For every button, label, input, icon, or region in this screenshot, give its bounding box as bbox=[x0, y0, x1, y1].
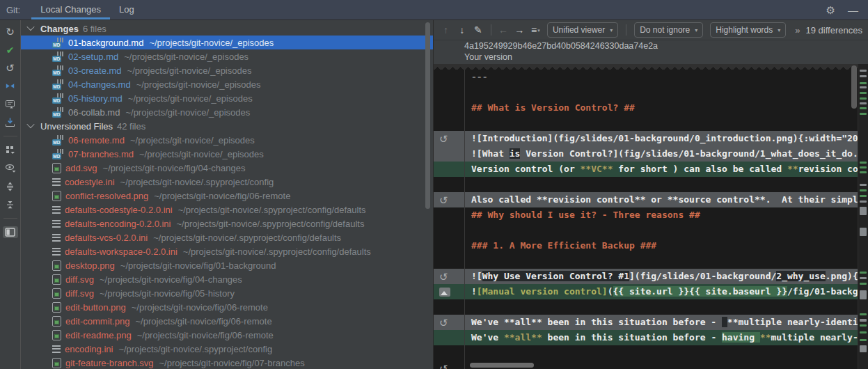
chevron-down-icon[interactable] bbox=[26, 22, 34, 30]
file-row[interactable]: edit-readme.png~/projects/git-novice/fig… bbox=[21, 328, 433, 342]
file-row[interactable]: diff.svg~/projects/git-novice/fig/04-cha… bbox=[21, 272, 433, 286]
file-row[interactable]: defaults-codestyle-0.2.0.ini~/projects/g… bbox=[21, 203, 433, 217]
jump-to-source-icon[interactable]: ✎ bbox=[471, 25, 484, 35]
diff-gutter: ↺ bbox=[434, 192, 464, 207]
diff-line: Version control (or **VC** for short ) c… bbox=[434, 162, 868, 177]
prev-change-icon[interactable]: ← bbox=[496, 25, 510, 35]
diff-map-mark bbox=[860, 171, 867, 173]
diff-map-mark bbox=[860, 92, 867, 94]
group-by-icon[interactable] bbox=[3, 144, 18, 156]
diff-gutter: ↺ bbox=[434, 315, 464, 330]
viewer-mode-select[interactable]: Unified viewer▾ bbox=[547, 22, 618, 38]
diff-gutter bbox=[434, 238, 464, 253]
md-file-icon: MD bbox=[52, 93, 64, 104]
settings-gear-icon[interactable]: ⚙ bbox=[826, 5, 835, 15]
diff-gutter bbox=[434, 162, 464, 177]
file-row[interactable]: MD07-branches.md~/projects/git-novice/_e… bbox=[21, 147, 433, 161]
file-row[interactable]: codestyle.ini~/projects/git-novice/.spyp… bbox=[21, 175, 433, 189]
rollback-change-icon[interactable]: ↺ bbox=[439, 134, 448, 144]
diff-line: ### 1. A More Efficient Backup ### bbox=[434, 238, 868, 253]
diff-settings-icon[interactable]: ≡▾ bbox=[529, 25, 542, 35]
preview-panel-toggle-icon[interactable] bbox=[3, 226, 18, 238]
rollback-change-icon[interactable]: ↺ bbox=[439, 272, 448, 282]
refresh-icon[interactable]: ↻ bbox=[3, 26, 18, 38]
diff-line bbox=[434, 253, 868, 269]
next-change-icon[interactable]: → bbox=[513, 25, 526, 35]
file-row[interactable]: git-feature-branch.svg~/projects/git-nov… bbox=[21, 356, 433, 369]
chevron-down-icon[interactable] bbox=[26, 120, 34, 127]
tab-local-changes[interactable]: Local Changes bbox=[31, 0, 110, 19]
diff-map-mark bbox=[860, 75, 867, 77]
diff-line-text: --- bbox=[464, 70, 868, 85]
view-options-eye-icon[interactable] bbox=[3, 162, 18, 174]
md-file-icon: MD bbox=[52, 135, 64, 146]
tree-group-changes[interactable]: Changes6 files bbox=[21, 22, 433, 36]
diff-line-text bbox=[464, 85, 868, 100]
diff-map-mark bbox=[860, 290, 867, 299]
unshelve-icon[interactable] bbox=[3, 116, 18, 128]
file-row[interactable]: desktop.png~/projects/git-novice/fig/01-… bbox=[21, 258, 433, 272]
editor-vertical-scrollbar[interactable] bbox=[851, 65, 857, 109]
commit-check-icon[interactable]: ✔ bbox=[3, 44, 18, 56]
diff-map-mark bbox=[860, 70, 867, 72]
tab-log[interactable]: Log bbox=[110, 0, 143, 19]
highlight-mode-select[interactable]: Highlight words▾ bbox=[710, 22, 786, 38]
file-row[interactable]: MD05-history.md~/projects/git-novice/_ep… bbox=[21, 91, 433, 105]
editor-horizontal-scrollbar[interactable] bbox=[470, 363, 534, 368]
diff-map-mark bbox=[860, 339, 867, 341]
tree-group-unversioned-files[interactable]: Unversioned Files42 files bbox=[21, 119, 433, 133]
tab-bar: Local ChangesLog bbox=[31, 0, 143, 19]
diff-minimap[interactable] bbox=[858, 64, 868, 369]
md-file-icon: MD bbox=[52, 107, 64, 118]
file-row[interactable]: diff.svg~/projects/git-novice/fig/05-his… bbox=[21, 286, 433, 300]
collapse-all-icon[interactable] bbox=[3, 198, 18, 210]
file-row[interactable]: edit-button.png~/projects/git-novice/fig… bbox=[21, 300, 433, 314]
more-actions-chevron[interactable]: » bbox=[795, 25, 800, 36]
diff-line bbox=[434, 116, 868, 131]
diff-map-mark bbox=[860, 313, 867, 315]
collapsed-region-edge bbox=[434, 64, 858, 70]
diff-line: ↺Also called **revision control** or **s… bbox=[434, 192, 868, 207]
rollback-change-icon[interactable]: ↺ bbox=[439, 317, 448, 328]
file-row[interactable]: edit-commit.png~/projects/git-novice/fig… bbox=[21, 314, 433, 328]
file-row[interactable]: MD06-remote.md~/projects/git-novice/_epi… bbox=[21, 133, 433, 147]
tree-scrollbar[interactable] bbox=[425, 22, 430, 209]
diff-editor[interactable]: ---## What is Version Control? ##↺![Intr… bbox=[434, 64, 868, 369]
file-row[interactable]: MD06-collab.md~/projects/git-novice/_epi… bbox=[21, 105, 433, 119]
diff-gutter bbox=[434, 299, 464, 315]
file-row[interactable]: defaults-workspace-0.2.0.ini~/projects/g… bbox=[21, 244, 433, 258]
file-row[interactable]: conflict-resolved.png~/projects/git-novi… bbox=[21, 189, 433, 203]
file-row[interactable]: defaults-encoding-0.2.0.ini~/projects/gi… bbox=[21, 217, 433, 230]
image-file-icon bbox=[52, 330, 61, 340]
file-row[interactable]: defaults-vcs-0.2.0.ini~/projects/git-nov… bbox=[21, 230, 433, 244]
diff-line-text: We've **all** been in this situation bef… bbox=[464, 315, 868, 330]
shelve-silently-icon[interactable] bbox=[3, 80, 18, 92]
header-actions: ⚙ — bbox=[826, 5, 858, 15]
diff-gutter bbox=[434, 70, 464, 85]
show-image-diff-icon[interactable] bbox=[439, 288, 450, 297]
main-area: ↻✔↺ Changes6 filesMD01-background.md~/pr… bbox=[0, 20, 868, 369]
whitespace-policy-select[interactable]: Do not ignore▾ bbox=[634, 22, 703, 38]
diff-line: ![Manual version control]({{ site.url }}… bbox=[434, 284, 868, 299]
diff-line bbox=[434, 299, 868, 315]
file-row[interactable]: encoding.ini~/projects/git-novice/.spypr… bbox=[21, 342, 433, 356]
file-row[interactable]: MD04-changes.md~/projects/git-novice/_ep… bbox=[21, 77, 433, 91]
next-difference-icon[interactable]: ↓ bbox=[455, 25, 468, 35]
image-file-icon bbox=[52, 302, 61, 313]
file-row[interactable]: MD02-setup.md~/projects/git-novice/_epis… bbox=[21, 49, 433, 63]
hide-tool-window-icon[interactable]: — bbox=[848, 5, 858, 15]
rollback-change-icon[interactable]: ↺ bbox=[439, 363, 448, 369]
expand-all-icon[interactable] bbox=[3, 180, 18, 192]
file-row[interactable]: MD01-background.md~/projects/git-novice/… bbox=[21, 36, 433, 49]
tool-window-header: Git: Local ChangesLog ⚙ — bbox=[0, 0, 868, 20]
rollback-icon[interactable]: ↺ bbox=[3, 62, 18, 74]
file-row[interactable]: MD03-create.md~/projects/git-novice/_epi… bbox=[21, 63, 433, 77]
diff-gutter bbox=[434, 345, 464, 361]
preview-diff-icon[interactable] bbox=[3, 98, 18, 110]
file-row[interactable]: add.svg~/projects/git-novice/fig/04-chan… bbox=[21, 161, 433, 175]
diff-line-text bbox=[464, 253, 868, 269]
rollback-change-icon[interactable]: ↺ bbox=[439, 195, 448, 205]
diff-map-mark bbox=[860, 195, 867, 197]
diff-map-mark bbox=[860, 201, 867, 203]
prev-difference-icon[interactable]: ↑ bbox=[439, 25, 452, 35]
